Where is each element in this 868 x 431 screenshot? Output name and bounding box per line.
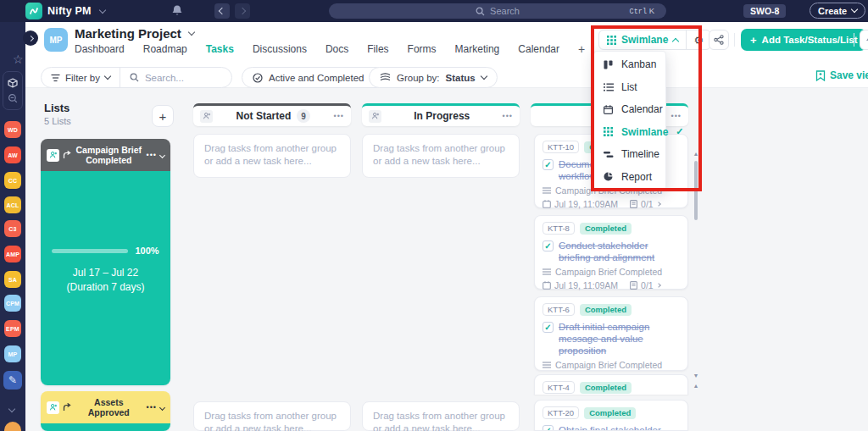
app-title-label: Nifty PM <box>47 5 92 17</box>
task-title[interactable]: Conduct stakeholder briefing and alignme… <box>559 240 680 263</box>
tab-calendar[interactable]: Calendar <box>518 43 559 55</box>
drop-placeholder[interactable]: Drag tasks from another group or add a n… <box>193 401 351 431</box>
group-header[interactable]: Assets Approved ••• <box>41 391 170 423</box>
add-task-button-label: Add Task/Status/List <box>762 35 858 45</box>
project-avatar-epm[interactable]: EPM <box>4 320 21 337</box>
tab-marketing[interactable]: Marketing <box>455 43 500 55</box>
search-icon <box>476 7 485 16</box>
automation-button[interactable] <box>860 30 868 50</box>
group-summary: 100% Jul 17 – Jul 22 (Duration 7 days) <box>41 171 170 385</box>
task-checkbox[interactable]: ✓ <box>542 322 554 333</box>
portfolio-cube-icon[interactable] <box>8 78 18 88</box>
task-card-ktt-20[interactable]: KTT-20 Completed ✓ Obtain final stakehol… <box>534 400 688 431</box>
assignee-icon <box>47 401 59 414</box>
tab-forms[interactable]: Forms <box>408 43 437 55</box>
group-by-dropdown[interactable]: Group by: Status <box>369 67 498 88</box>
task-id-badge: KTT-20 <box>542 406 579 419</box>
project-avatar-aw[interactable]: AW <box>4 146 21 163</box>
task-card-ktt-6[interactable]: KTT-6 Completed ✓ Draft initial campaign… <box>534 296 688 371</box>
sidebar-chevron-down-icon[interactable] <box>9 400 14 415</box>
tab-discussions[interactable]: Discussions <box>253 43 307 55</box>
create-button-label: Create <box>818 6 847 16</box>
more-icon[interactable]: ••• <box>147 403 157 412</box>
filter-by-button[interactable]: Filter by <box>42 73 120 83</box>
user-avatar[interactable] <box>4 422 21 431</box>
expand-sidebar-button[interactable] <box>23 30 38 46</box>
tab-tasks[interactable]: Tasks <box>206 43 234 55</box>
column-count-badge: 9 <box>297 109 310 123</box>
chevron-down-icon <box>480 72 487 79</box>
more-icon[interactable]: ••• <box>334 112 344 120</box>
chevron-right-icon <box>656 283 661 288</box>
project-avatar-mp[interactable]: MP <box>4 345 21 362</box>
task-search-input[interactable]: Search... <box>120 73 193 83</box>
group-header[interactable]: Campaign Brief Completed ••• <box>41 139 170 171</box>
notifications-bell-icon[interactable] <box>171 4 183 17</box>
project-avatar-cc[interactable]: CC <box>4 172 21 189</box>
add-tab-button[interactable]: + <box>578 42 585 56</box>
new-project-pencil-icon[interactable]: ✎ <box>3 371 22 390</box>
project-avatar-wd[interactable]: WD <box>4 121 21 138</box>
status-filter-dropdown[interactable]: Active and Completed <box>242 67 387 88</box>
task-list-label: Campaign Brief Completed <box>555 360 662 370</box>
add-list-button[interactable]: + <box>152 105 174 127</box>
column-header-not-started[interactable]: Not Started 9 ••• <box>193 103 351 126</box>
project-title-label: Marketing Project <box>75 26 181 41</box>
app-title[interactable]: Nifty PM <box>47 5 105 17</box>
tab-files[interactable]: Files <box>367 43 388 55</box>
favorite-star-icon[interactable]: ☆ <box>13 52 24 66</box>
nav-back-button[interactable] <box>214 3 230 19</box>
scrollbar-down-arrow[interactable]: ▼ <box>693 373 699 379</box>
group-by-value: Status <box>446 73 476 83</box>
drop-placeholder[interactable]: Drag tasks from another group or add a n… <box>193 134 351 178</box>
lists-count-label: 5 Lists <box>44 116 71 126</box>
chevron-down-icon[interactable] <box>159 404 165 410</box>
task-checkbox[interactable]: ✓ <box>542 240 554 251</box>
status-badge: Completed <box>580 382 632 394</box>
group-summary <box>41 423 170 431</box>
nav-forward-button[interactable] <box>235 3 250 19</box>
task-card-ktt-4[interactable]: KTT-4 Completed <box>534 374 688 395</box>
drop-placeholder[interactable]: Drag tasks from another group or add a n… <box>362 134 520 178</box>
bookmark-plus-icon <box>815 70 826 81</box>
tab-docs[interactable]: Docs <box>326 43 348 55</box>
task-title[interactable]: Obtain final stakeholder approval for as… <box>559 424 680 431</box>
status-badge: Completed <box>580 223 632 235</box>
chevron-right-icon <box>656 202 661 207</box>
drop-placeholder[interactable]: Drag tasks from another group or add a n… <box>362 401 520 431</box>
progress-label: 100% <box>135 246 159 256</box>
project-sidebar: ☆ WD AW CC ACL C3 AMP SA CPM EPM MP ✎ <box>0 22 25 431</box>
nifty-logo-icon[interactable] <box>25 3 42 19</box>
chevron-down-icon <box>188 28 195 35</box>
project-avatar-sa[interactable]: SA <box>4 271 21 288</box>
sidebar-tools <box>3 71 23 110</box>
tab-roadmap[interactable]: Roadmap <box>143 43 187 55</box>
task-title[interactable]: Draft initial campaign message and value… <box>559 321 680 356</box>
scrollbar-up-arrow[interactable]: ▲ <box>693 383 699 390</box>
list-group-assets-approved[interactable]: Assets Approved ••• <box>41 391 170 431</box>
task-checkbox[interactable]: ✓ <box>542 425 554 431</box>
project-avatar-c3[interactable]: C3 <box>4 220 21 237</box>
project-avatar-cpm[interactable]: CPM <box>4 295 21 312</box>
project-avatar-amp[interactable]: AMP <box>4 246 21 262</box>
workspace-badge[interactable]: SWO-8 <box>743 4 786 18</box>
save-view-button[interactable]: Save view <box>815 69 868 81</box>
share-button[interactable] <box>709 30 729 50</box>
task-checkbox[interactable]: ✓ <box>542 159 554 170</box>
list-group-campaign-brief[interactable]: Campaign Brief Completed ••• 100% Jul 17… <box>41 139 170 385</box>
task-list-label: Campaign Brief Completed <box>555 267 662 277</box>
tab-dashboard[interactable]: Dashboard <box>75 43 125 55</box>
more-icon[interactable]: ••• <box>147 151 157 159</box>
group-name: Assets Approved <box>75 397 143 417</box>
add-task-status-list-button[interactable]: + Add Task/Status/List <box>741 29 866 51</box>
more-icon[interactable]: ••• <box>503 112 513 120</box>
chevron-down-icon[interactable] <box>159 152 165 157</box>
create-button[interactable]: Create <box>810 3 865 19</box>
project-avatar-badge[interactable]: MP <box>44 28 68 52</box>
task-card-ktt-8[interactable]: KTT-8 Completed ✓ Conduct stakeholder br… <box>534 215 688 290</box>
zoom-tool-icon[interactable] <box>8 93 18 103</box>
project-avatar-acl[interactable]: ACL <box>4 196 21 213</box>
global-search-input[interactable]: Search Ctrl K <box>329 3 666 19</box>
column-header-in-progress[interactable]: In Progress ••• <box>362 103 520 126</box>
page-title[interactable]: Marketing Project <box>75 26 194 41</box>
